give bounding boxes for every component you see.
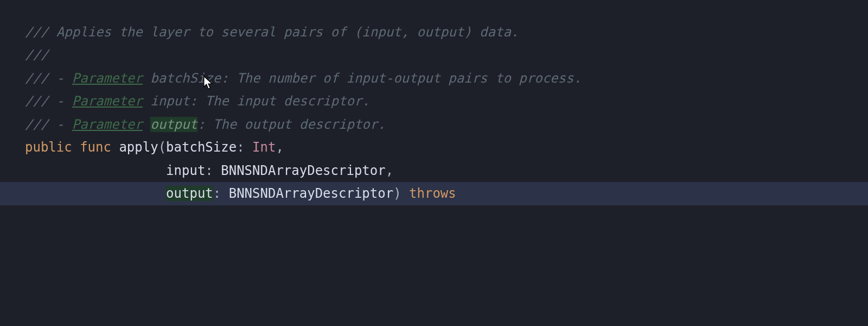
space: [72, 140, 80, 155]
code-line-comment[interactable]: ///: [0, 43, 868, 66]
doc-space: [143, 93, 150, 109]
doc-param-name-highlighted: output: [150, 117, 197, 132]
type-name: BNNSNDArrayDescriptor: [221, 163, 385, 178]
paren-open: (: [158, 140, 166, 155]
doc-param-name: batchSize: [150, 71, 221, 86]
function-name: apply: [119, 140, 158, 155]
indent: [25, 186, 166, 201]
doc-parameter-keyword: Parameter: [72, 93, 143, 109]
comment-slashes: /// -: [25, 93, 72, 109]
colon: :: [213, 186, 229, 201]
keyword-func: func: [80, 140, 111, 155]
param-label: input: [166, 163, 205, 178]
space: [111, 140, 119, 155]
doc-parameter-keyword: Parameter: [72, 117, 143, 132]
code-line-doc-param[interactable]: /// - Parameter input: The input descrip…: [0, 90, 868, 112]
comment-slashes: /// -: [25, 117, 72, 132]
indent: [25, 163, 166, 178]
code-line-signature[interactable]: input: BNNSNDArrayDescriptor,: [0, 159, 868, 182]
comment-text: Applies the layer to several pairs of (i…: [56, 24, 519, 40]
colon: :: [237, 140, 252, 155]
type-name: BNNSNDArrayDescriptor: [229, 186, 393, 201]
doc-tail: : The output descriptor.: [197, 117, 386, 132]
doc-space: [143, 117, 150, 132]
doc-tail: : The input descriptor.: [189, 93, 369, 109]
param-label: batchSize: [166, 140, 237, 155]
comment-slashes: ///: [25, 47, 48, 62]
doc-param-name: input: [150, 93, 189, 109]
doc-space: [143, 71, 150, 86]
keyword-public: public: [25, 140, 72, 155]
param-label-highlighted: output: [166, 186, 213, 201]
keyword-throws: throws: [409, 186, 456, 201]
code-line-doc-param[interactable]: /// - Parameter output: The output descr…: [0, 113, 868, 136]
code-line-comment[interactable]: /// Applies the layer to several pairs o…: [0, 21, 868, 43]
paren-close: ): [393, 186, 409, 201]
code-line-signature-active[interactable]: output: BNNSNDArrayDescriptor) throws: [0, 182, 868, 205]
colon: :: [205, 163, 221, 178]
comment-slashes: /// -: [25, 71, 72, 86]
comment-slashes: ///: [25, 24, 56, 40]
doc-tail: : The number of input-output pairs to pr…: [221, 71, 582, 86]
code-line-signature[interactable]: public func apply(batchSize: Int,: [0, 136, 868, 159]
code-line-doc-param[interactable]: /// - Parameter batchSize: The number of…: [0, 67, 868, 90]
type-name: Int: [252, 140, 276, 155]
comma: ,: [386, 163, 393, 178]
comma: ,: [276, 140, 283, 155]
doc-parameter-keyword: Parameter: [72, 71, 143, 86]
code-editor[interactable]: /// Applies the layer to several pairs o…: [0, 21, 868, 205]
